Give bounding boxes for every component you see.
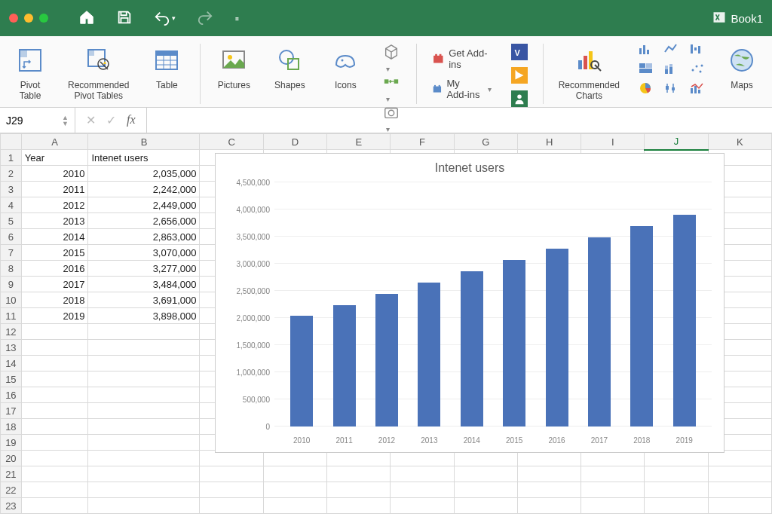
cell[interactable]: Year [21, 150, 88, 166]
cell[interactable] [21, 482, 88, 498]
chart-bar[interactable] [588, 237, 611, 427]
cell[interactable]: 2017 [21, 277, 88, 292]
cell[interactable] [88, 371, 200, 387]
cell[interactable] [517, 482, 581, 498]
cell[interactable] [327, 498, 391, 514]
cell[interactable] [21, 403, 88, 419]
cell[interactable] [21, 324, 88, 340]
cell[interactable]: 3,070,000 [88, 245, 200, 261]
cell[interactable]: 2,449,000 [88, 197, 200, 213]
cell[interactable] [88, 324, 200, 340]
column-header[interactable]: E [327, 134, 391, 150]
minimize-window-icon[interactable] [24, 14, 33, 23]
cell[interactable] [391, 482, 454, 498]
my-addins-button[interactable]: My Add-ins▾ [432, 78, 492, 100]
row-header[interactable]: 10 [1, 292, 22, 308]
screenshot-icon[interactable]: ▾ [383, 104, 400, 134]
column-header[interactable]: B [88, 134, 200, 150]
cell[interactable] [517, 498, 581, 514]
row-header[interactable]: 7 [1, 245, 22, 261]
combo-chart-icon[interactable] [686, 80, 709, 96]
cell[interactable] [21, 371, 88, 387]
maximize-window-icon[interactable] [39, 14, 48, 23]
cell[interactable] [21, 435, 88, 451]
cell[interactable]: 2,035,000 [88, 166, 200, 182]
row-header[interactable]: 16 [1, 387, 22, 403]
row-header[interactable]: 18 [1, 419, 22, 435]
row-header[interactable]: 6 [1, 229, 22, 245]
cell[interactable] [517, 466, 581, 482]
cell[interactable] [645, 466, 708, 482]
chart-bar[interactable] [333, 305, 356, 427]
chart-bar[interactable] [503, 260, 525, 427]
cell[interactable] [327, 466, 391, 482]
column-header[interactable]: A [21, 134, 88, 150]
recommended-pivot-button[interactable]: Recommended Pivot Tables [63, 41, 133, 107]
cell[interactable]: 3,898,000 [88, 308, 200, 324]
row-header[interactable]: 2 [1, 166, 22, 182]
row-header[interactable]: 14 [1, 356, 22, 371]
cell[interactable] [581, 482, 645, 498]
redo-icon[interactable] [197, 9, 213, 28]
column-header[interactable]: G [454, 134, 517, 150]
scatter-chart-icon[interactable] [686, 60, 709, 77]
home-icon[interactable] [78, 9, 95, 28]
cell[interactable]: 2016 [21, 261, 88, 277]
cancel-formula-icon[interactable]: ✕ [86, 113, 96, 127]
column-header[interactable]: C [200, 134, 263, 150]
pie-chart-icon[interactable] [635, 80, 657, 96]
cell[interactable]: 3,484,000 [88, 277, 200, 292]
cell[interactable]: 2010 [21, 166, 88, 182]
undo-icon[interactable]: ▾ [154, 10, 176, 26]
row-header[interactable]: 19 [1, 435, 22, 451]
cell[interactable] [21, 451, 88, 466]
cell[interactable]: 2015 [21, 245, 88, 261]
accept-formula-icon[interactable]: ✓ [106, 113, 116, 127]
cell[interactable] [645, 482, 708, 498]
row-header[interactable]: 23 [1, 498, 22, 514]
cell[interactable] [263, 466, 326, 482]
get-addins-button[interactable]: Get Add-ins [432, 47, 492, 70]
row-header[interactable]: 3 [1, 182, 22, 197]
name-box[interactable]: J29 ▲▼ [0, 108, 75, 133]
cell[interactable]: 3,277,000 [88, 261, 200, 277]
cell[interactable] [581, 498, 645, 514]
row-header[interactable]: 22 [1, 482, 22, 498]
cell[interactable]: 2012 [21, 197, 88, 213]
cell[interactable] [454, 498, 517, 514]
cell[interactable]: 2011 [21, 182, 88, 197]
visio-addin-icon[interactable]: V [511, 44, 528, 63]
select-all-corner[interactable] [1, 134, 22, 150]
cell[interactable] [88, 482, 200, 498]
customize-qat-icon[interactable]: ꞊ [234, 10, 240, 26]
people-addin-icon[interactable] [511, 90, 528, 109]
waterfall-chart-icon[interactable] [686, 41, 709, 57]
bar-chart-icon[interactable] [635, 41, 657, 57]
cell[interactable] [21, 419, 88, 435]
column-header[interactable]: D [263, 134, 326, 150]
row-header[interactable]: 5 [1, 213, 22, 229]
cell[interactable]: 2018 [21, 292, 88, 308]
cell[interactable] [391, 498, 454, 514]
cell[interactable] [21, 356, 88, 371]
hierarchy-chart-icon[interactable] [635, 60, 657, 77]
cell[interactable] [454, 466, 517, 482]
cell[interactable] [21, 387, 88, 403]
pictures-button[interactable]: Pictures [211, 41, 256, 107]
save-icon[interactable] [116, 9, 133, 28]
cell[interactable]: 2013 [21, 213, 88, 229]
cell[interactable] [263, 498, 326, 514]
row-header[interactable]: 1 [1, 150, 22, 166]
cell[interactable] [88, 356, 200, 371]
cell[interactable]: 2,242,000 [88, 182, 200, 197]
cell[interactable] [200, 466, 263, 482]
cell[interactable]: 2,656,000 [88, 213, 200, 229]
cell[interactable] [88, 466, 200, 482]
cell[interactable] [708, 466, 771, 482]
cell[interactable] [200, 498, 263, 514]
chart-bar[interactable] [375, 294, 398, 427]
column-header[interactable]: I [581, 134, 645, 150]
row-header[interactable]: 20 [1, 451, 22, 466]
fx-icon[interactable]: fx [127, 113, 136, 127]
recommended-charts-button[interactable]: Recommended Charts [554, 41, 624, 107]
